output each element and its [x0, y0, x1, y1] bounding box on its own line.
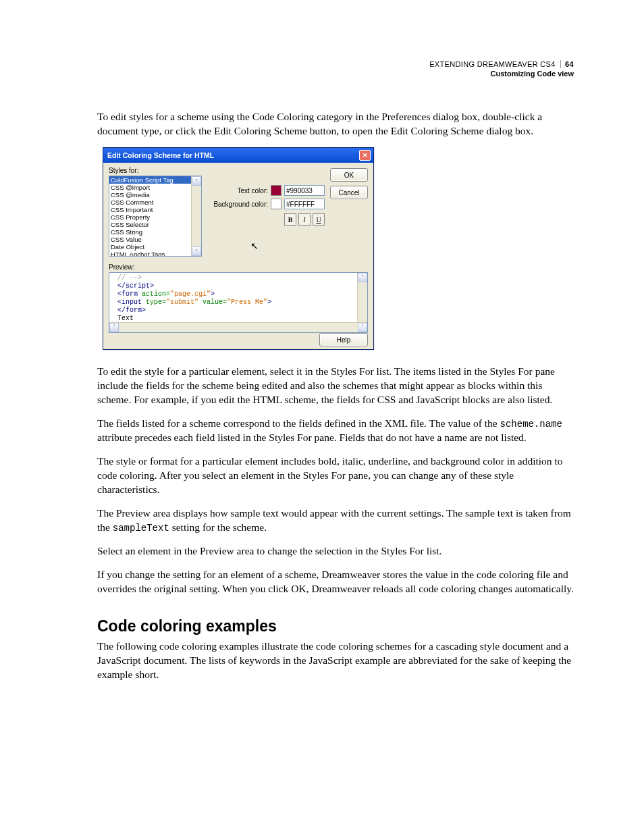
list-item[interactable]: CSS String	[109, 228, 201, 236]
scrollbar-horizontal[interactable]: ˂ ˃	[109, 322, 367, 332]
text-color-label: Text color:	[210, 187, 268, 194]
bg-color-label: Background color:	[210, 201, 268, 208]
code-inline: sampleText	[113, 523, 169, 533]
list-item[interactable]: CSS @import	[109, 184, 201, 191]
body-paragraph: The Preview area displays how sample tex…	[97, 506, 574, 535]
body-paragraph: The fields listed for a scheme correspon…	[97, 417, 574, 445]
chevron-up-icon[interactable]: ˄	[192, 176, 201, 186]
preview-label: Preview:	[109, 263, 368, 271]
ok-button[interactable]: OK	[330, 168, 368, 182]
styles-for-list[interactable]: ColdFusion Script Tag CSS @import CSS @m…	[109, 176, 202, 257]
underline-button[interactable]: U	[313, 213, 325, 226]
preview-line: </script	[117, 282, 150, 290]
page-number: 64	[560, 60, 574, 68]
list-item[interactable]: CSS Value	[109, 236, 201, 243]
body-paragraph: To edit styles for a scheme using the Co…	[97, 110, 574, 138]
body-paragraph: To edit the style for a particular eleme…	[97, 365, 574, 407]
section-title: Customizing Code view	[97, 69, 574, 78]
preview-area[interactable]: // --> </script> <form action="page.cgi"…	[109, 272, 368, 333]
preview-line: // -->	[117, 274, 142, 282]
text-color-swatch[interactable]	[271, 185, 281, 196]
code-inline: scheme.name	[500, 419, 562, 429]
italic-button[interactable]: I	[298, 213, 311, 226]
scrollbar-vertical[interactable]: ˄ ˅	[191, 176, 201, 256]
list-item[interactable]: CSS Comment	[109, 199, 201, 206]
preview-line: </form>	[117, 307, 146, 314]
page-header: EXTENDING DREAMWEAVER CS4 64 Customizing…	[97, 59, 574, 79]
body-paragraph: The style or format for a particular ele…	[97, 454, 574, 497]
text-color-field[interactable]: #990033	[284, 185, 325, 196]
body-paragraph: Select an element in the Preview area to…	[97, 544, 574, 558]
section-heading: Code coloring examples	[97, 617, 574, 635]
bold-button[interactable]: B	[284, 213, 296, 226]
list-item[interactable]: CSS Property	[109, 213, 201, 221]
close-icon[interactable]: ✕	[359, 150, 371, 161]
cancel-button[interactable]: Cancel	[330, 186, 368, 199]
bg-color-field[interactable]: #FFFFFF	[284, 199, 325, 209]
list-item[interactable]: ColdFusion Script Tag	[109, 176, 201, 184]
body-paragraph: The following code coloring examples ill…	[97, 640, 574, 682]
list-item[interactable]: Date Object	[109, 243, 201, 251]
chevron-right-icon[interactable]: ˃	[358, 323, 367, 332]
dialog-title: Edit Coloring Scheme for HTML	[107, 151, 214, 159]
bg-color-swatch[interactable]	[271, 199, 281, 209]
styles-for-label: Styles for:	[109, 167, 325, 174]
list-item[interactable]: CSS Selector	[109, 221, 201, 228]
chevron-down-icon[interactable]: ˅	[192, 246, 201, 256]
list-item[interactable]: CSS @media	[109, 191, 201, 199]
preview-line: Text	[117, 315, 134, 322]
chevron-up-icon[interactable]: ˄	[358, 273, 367, 282]
list-item[interactable]: CSS Important	[109, 206, 201, 213]
body-paragraph: If you change the setting for an element…	[97, 568, 574, 596]
doc-title: EXTENDING DREAMWEAVER CS4	[429, 60, 556, 68]
chevron-left-icon[interactable]: ˂	[109, 323, 119, 332]
help-button[interactable]: Help	[319, 333, 368, 346]
cursor-icon: ↖	[250, 240, 259, 251]
dialog-titlebar[interactable]: Edit Coloring Scheme for HTML ✕	[103, 148, 373, 163]
edit-coloring-scheme-dialog: Edit Coloring Scheme for HTML ✕ Styles f…	[103, 147, 374, 350]
list-item[interactable]: HTML Anchor Tags	[109, 251, 201, 257]
